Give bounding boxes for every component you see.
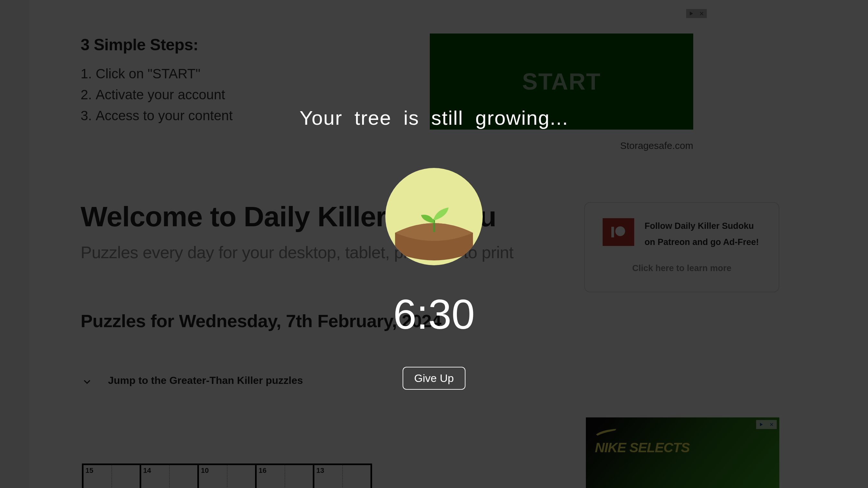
give-up-button[interactable]: Give Up	[403, 367, 466, 390]
forest-overlay-content: Your tree is still growing... 6:30 Give …	[0, 0, 868, 488]
tree-growing-icon	[385, 168, 483, 265]
countdown-timer: 6:30	[393, 290, 475, 338]
overlay-caption: Your tree is still growing...	[300, 106, 568, 129]
